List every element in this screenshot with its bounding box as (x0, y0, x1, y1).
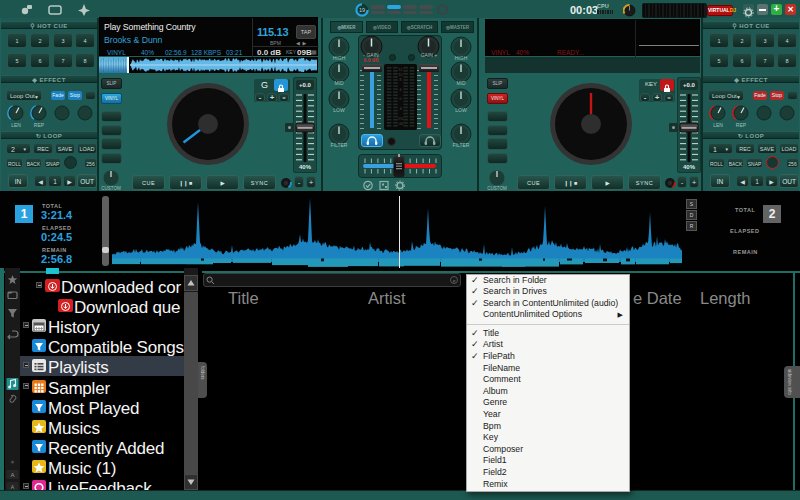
svg-text:10: 10 (399, 73, 403, 77)
svg-text:VU: VU (398, 117, 403, 121)
svg-text:19: 19 (359, 7, 365, 13)
svg-text:8: 8 (400, 78, 402, 82)
svg-text:A: A (10, 472, 14, 478)
svg-text:-00: -00 (398, 122, 403, 126)
svg-text:12: 12 (399, 68, 403, 72)
svg-text:4: 4 (400, 88, 402, 92)
svg-text:0: 0 (400, 97, 402, 101)
svg-text:-6: -6 (399, 107, 402, 111)
